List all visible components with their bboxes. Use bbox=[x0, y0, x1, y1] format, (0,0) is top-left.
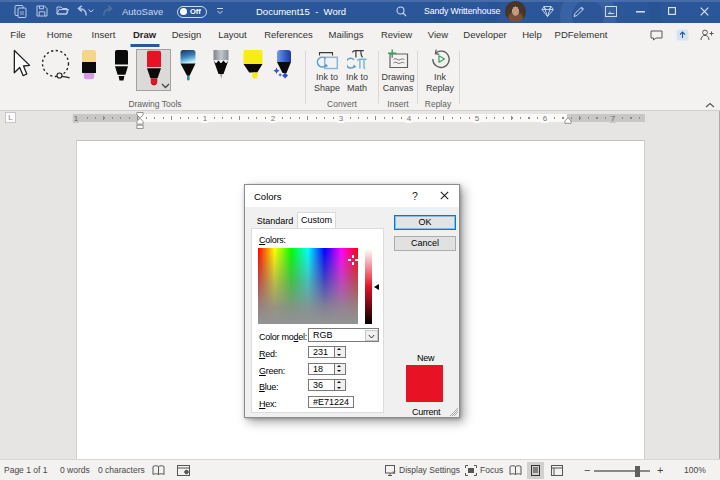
svg-text:s: s bbox=[581, 6, 583, 11]
